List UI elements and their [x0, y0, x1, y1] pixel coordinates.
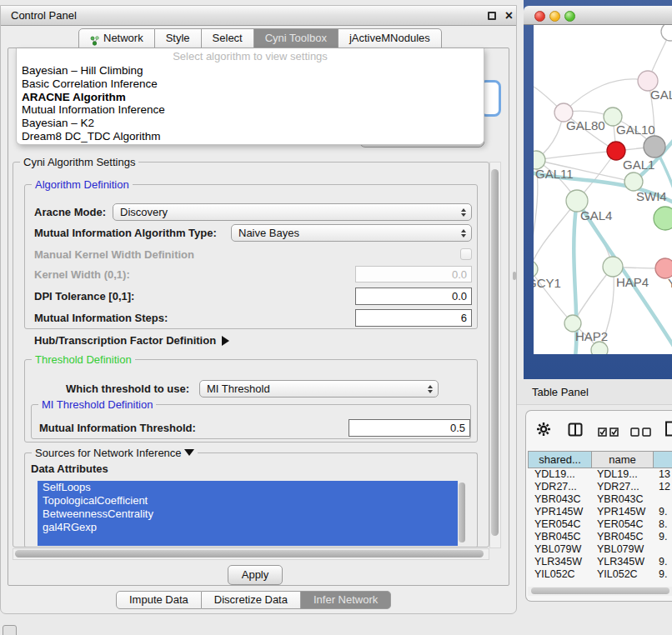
table-cell: YDL19... [529, 468, 594, 481]
node-gal-partial-label: GAL [650, 88, 672, 102]
checked-pair-icon[interactable] [598, 425, 619, 440]
aracne-mode-label: Aracne Mode: [34, 206, 106, 218]
table-row[interactable]: YIL052CYIL052C9. [529, 568, 672, 581]
zoom-traffic-light-icon[interactable] [564, 11, 575, 22]
attribute-item-partial[interactable] [38, 534, 458, 546]
node-green-right[interactable] [654, 207, 672, 230]
table-row[interactable]: YLR345WYLR345W9. [529, 556, 672, 568]
expand-right-icon[interactable] [222, 336, 229, 346]
node-gray[interactable] [644, 136, 665, 158]
table-cell: 12 [655, 481, 672, 493]
node-gcy1-label: GCY1 [534, 276, 561, 290]
algorithm-dropdown-placeholder: Select algorithm to view settings [17, 50, 484, 62]
tab-discretize-data[interactable]: Discretize Data [202, 591, 301, 609]
settings-vscrollbar-thumb[interactable] [491, 169, 499, 536]
table-row[interactable]: YBL079WYBL079W [529, 543, 672, 556]
attribute-item-topologicalcoefficient[interactable]: TopologicalCoefficient [38, 494, 458, 508]
page-icon[interactable] [664, 421, 672, 440]
table-cell: YIL052C [529, 568, 594, 581]
table-cell: 9. [655, 506, 672, 518]
manual-kernel-width-checkbox[interactable] [460, 248, 472, 260]
attribute-item-betweennesscentrality[interactable]: BetweennessCentrality [38, 508, 458, 521]
node-bottom-partial[interactable] [591, 342, 608, 354]
tab-select[interactable]: Select [202, 28, 254, 48]
mi-steps-field[interactable]: 6 [355, 309, 472, 327]
table-panel-card: shared...nameA YDL19...YDL19...13YDR27..… [525, 410, 672, 602]
algorithm-option-aracne-algorithm[interactable]: ARACNE Algorithm [17, 91, 484, 104]
algorithm-option-mutual-information-inference[interactable]: Mutual Information Inference [17, 103, 484, 117]
table-hscrollbar-track[interactable] [528, 587, 672, 596]
tab-infer-network[interactable]: Infer Network [301, 591, 391, 609]
column-header-name[interactable]: name [592, 451, 654, 468]
network-icon [90, 33, 99, 43]
dock-panel-icon[interactable] [3, 625, 17, 635]
table-row[interactable]: YDL19...YDL19...13 [529, 468, 672, 481]
algorithm-option-bayesian-k2[interactable]: Bayesian – K2 [17, 117, 484, 130]
data-attributes-list[interactable]: SelfLoopsTopologicalCoefficientBetweenne… [38, 481, 458, 546]
kernel-width-field[interactable]: 0.0 [355, 266, 472, 282]
network-window-titlebar[interactable] [524, 6, 672, 25]
algorithm-option-dream8-dc-tdc-algorithm[interactable]: Dream8 DC_TDC Algorithm [17, 130, 484, 143]
settings-hscrollbar-thumb[interactable] [15, 550, 484, 558]
minimize-traffic-light-icon[interactable] [549, 11, 560, 22]
kernel-width-label: Kernel Width (0,1): [34, 268, 130, 281]
tab-label-network: Network [103, 29, 143, 48]
tab-label-style: Style [166, 29, 190, 48]
node-salmon-label: Y [668, 276, 672, 290]
gear-icon[interactable] [535, 421, 552, 441]
attributes-scrollbar[interactable] [459, 482, 465, 542]
control-panel-titlebar[interactable]: Control Panel × [1, 6, 516, 26]
attribute-item-selfloops[interactable]: SelfLoops [38, 481, 458, 494]
network-canvas[interactable]: GALGAL80GAL10GAL1GAL11SWI4GAL4GCY1HAP4YH… [534, 25, 672, 354]
unchecked-pair-icon[interactable] [630, 425, 652, 440]
close-traffic-light-icon[interactable] [534, 11, 545, 22]
which-threshold-select[interactable]: MI Threshold [199, 380, 439, 398]
panel-divider-handle[interactable] [513, 272, 516, 280]
algorithm-option-bayesian-hill-climbing[interactable]: Bayesian – Hill Climbing [17, 64, 484, 78]
cyni-algorithm-settings-title: Cyni Algorithm Settings [20, 156, 138, 168]
node-swi4[interactable] [624, 172, 643, 191]
threshold-definition-title: Threshold Definition [32, 353, 135, 366]
tab-jactivemnodules[interactable]: jActiveMNodules [339, 28, 442, 48]
table-hscrollbar-thumb[interactable] [531, 588, 669, 594]
column-header-shared[interactable]: shared... [528, 451, 592, 468]
algorithm-option-basic-correlation-inference[interactable]: Basic Correlation Inference [17, 78, 484, 91]
tab-cyni-toolbox[interactable]: Cyni Toolbox [254, 28, 339, 48]
table-row[interactable]: YDR27...YDR27...12 [529, 481, 672, 493]
table-cell: YLR345W [594, 556, 655, 568]
table-row[interactable]: YPR145WYPR145W9. [529, 506, 672, 518]
tab-impute-data[interactable]: Impute Data [116, 591, 202, 609]
data-attributes-label: Data Attributes [31, 462, 108, 475]
node-hap4[interactable] [603, 257, 623, 277]
hub-definition-toggle[interactable]: Hub/Transcription Factor Definition [34, 334, 229, 347]
mi-steps-label: Mutual Information Steps: [34, 312, 168, 324]
tab-label-cyni-toolbox: Cyni Toolbox [265, 29, 327, 48]
node-gal1-label: GAL1 [623, 158, 654, 172]
algorithm-dropdown-items: Bayesian – Hill ClimbingBasic Correlatio… [17, 64, 484, 143]
column-header-a[interactable]: A [654, 451, 672, 468]
close-icon[interactable]: × [505, 7, 513, 25]
table-row[interactable]: YBR045CYBR045C9. [529, 531, 672, 543]
attribute-item-gal4rgexp[interactable]: gal4RGexp [38, 521, 458, 534]
apply-button[interactable]: Apply [228, 565, 283, 585]
node-gal4-label: GAL4 [580, 208, 612, 222]
tab-network[interactable]: Network [78, 28, 155, 48]
table-cell: 8. [655, 518, 672, 531]
dpi-tolerance-field[interactable]: 0.0 [355, 288, 472, 305]
tab-style[interactable]: Style [155, 28, 202, 48]
node-top-partial[interactable] [661, 25, 672, 41]
node-gcy1[interactable] [534, 261, 538, 278]
collapse-down-icon[interactable] [184, 449, 194, 456]
split-columns-icon[interactable] [568, 422, 583, 440]
aracne-mode-select[interactable]: Discovery [113, 203, 472, 221]
combo-arrows-icon [459, 208, 471, 217]
table-cell: YDR27... [529, 481, 594, 493]
sources-title[interactable]: Sources for Network Inference [32, 447, 198, 459]
table-row[interactable]: YBR043CYBR043C [529, 493, 672, 506]
table-panel-bar: Table Panel [517, 380, 672, 405]
mi-threshold-field[interactable]: 0.5 [349, 419, 470, 437]
table-cell: YPR145W [529, 506, 594, 518]
float-window-icon[interactable] [488, 12, 496, 20]
mi-algorithm-type-select[interactable]: Naive Bayes [231, 224, 472, 242]
table-row[interactable]: YER054CYER054C8. [529, 518, 672, 531]
